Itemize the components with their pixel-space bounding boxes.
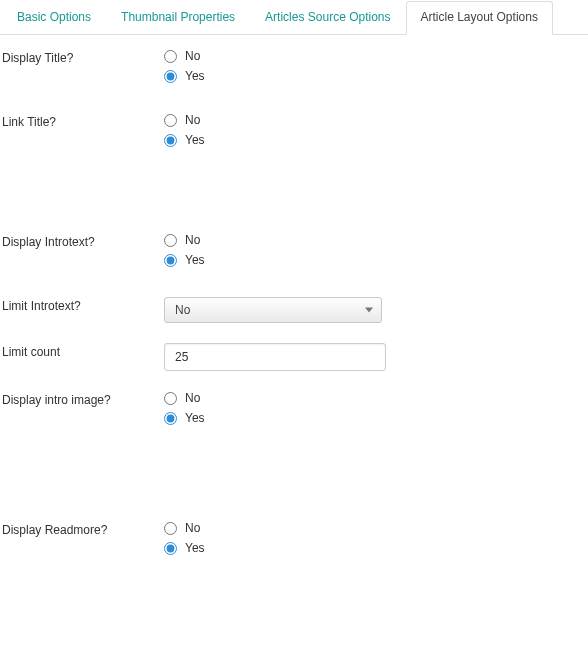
radio-display-title-yes[interactable]: Yes: [164, 69, 586, 83]
radio-link-title-no[interactable]: No: [164, 113, 586, 127]
radio-display-title-no[interactable]: No: [164, 49, 586, 63]
radio-label: Yes: [185, 133, 205, 147]
radio-input[interactable]: [164, 70, 177, 83]
label-limit-introtext: Limit Introtext?: [2, 297, 164, 313]
form-article-layout: Display Title? No Yes Link Title? No Yes: [0, 35, 588, 611]
radio-label: No: [185, 391, 200, 405]
field-limit-introtext: Limit Introtext? No: [2, 297, 586, 323]
radio-input[interactable]: [164, 392, 177, 405]
radio-display-readmore-yes[interactable]: Yes: [164, 541, 586, 555]
radio-label: No: [185, 49, 200, 63]
radio-label: No: [185, 233, 200, 247]
radio-input[interactable]: [164, 50, 177, 63]
tab-basic-options[interactable]: Basic Options: [2, 1, 106, 35]
radio-input[interactable]: [164, 542, 177, 555]
select-limit-introtext[interactable]: No: [164, 297, 382, 323]
tab-articles-source-options[interactable]: Articles Source Options: [250, 1, 405, 35]
radio-display-introtext-no[interactable]: No: [164, 233, 586, 247]
tabs-bar: Basic Options Thumbnail Properties Artic…: [0, 0, 588, 35]
radio-display-intro-image-no[interactable]: No: [164, 391, 586, 405]
radio-label: No: [185, 521, 200, 535]
field-limit-count: Limit count: [2, 343, 586, 371]
radio-input[interactable]: [164, 114, 177, 127]
label-display-introtext: Display Introtext?: [2, 233, 164, 249]
radio-display-readmore-no[interactable]: No: [164, 521, 586, 535]
radio-label: Yes: [185, 541, 205, 555]
input-limit-count[interactable]: [164, 343, 386, 371]
radio-display-introtext-yes[interactable]: Yes: [164, 253, 586, 267]
radio-label: Yes: [185, 253, 205, 267]
field-link-title: Link Title? No Yes: [2, 113, 586, 153]
radio-label: No: [185, 113, 200, 127]
radio-display-intro-image-yes[interactable]: Yes: [164, 411, 586, 425]
label-display-readmore: Display Readmore?: [2, 521, 164, 537]
field-display-readmore: Display Readmore? No Yes: [2, 521, 586, 561]
radio-input[interactable]: [164, 234, 177, 247]
radio-input[interactable]: [164, 522, 177, 535]
label-display-title: Display Title?: [2, 49, 164, 65]
label-limit-count: Limit count: [2, 343, 164, 359]
label-display-intro-image: Display intro image?: [2, 391, 164, 407]
tab-thumbnail-properties[interactable]: Thumbnail Properties: [106, 1, 250, 35]
field-display-intro-image: Display intro image? No Yes: [2, 391, 586, 431]
field-display-title: Display Title? No Yes: [2, 49, 586, 89]
radio-input[interactable]: [164, 412, 177, 425]
field-display-introtext: Display Introtext? No Yes: [2, 233, 586, 273]
radio-label: Yes: [185, 69, 205, 83]
label-link-title: Link Title?: [2, 113, 164, 129]
tab-article-layout-options[interactable]: Article Layout Options: [406, 1, 553, 35]
radio-input[interactable]: [164, 254, 177, 267]
select-value: No: [164, 297, 382, 323]
radio-input[interactable]: [164, 134, 177, 147]
radio-label: Yes: [185, 411, 205, 425]
radio-link-title-yes[interactable]: Yes: [164, 133, 586, 147]
